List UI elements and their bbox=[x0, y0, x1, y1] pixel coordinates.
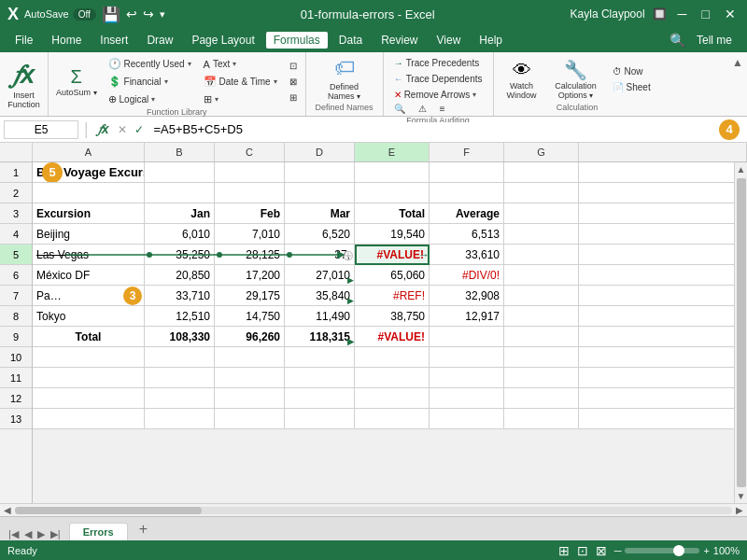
cell-G12[interactable] bbox=[504, 388, 579, 409]
scroll-thumb[interactable] bbox=[737, 178, 746, 487]
row-header-7[interactable]: 7 bbox=[0, 286, 32, 306]
financial-btn[interactable]: 💲 Financial ▾ bbox=[104, 74, 196, 90]
save-icon[interactable]: 💾 bbox=[102, 6, 120, 23]
cell-B6[interactable]: 20,850 bbox=[145, 265, 215, 286]
row-header-4[interactable]: 4 bbox=[0, 224, 32, 245]
menu-data[interactable]: Data bbox=[331, 32, 370, 49]
cell-E10[interactable] bbox=[355, 347, 430, 368]
cell-D3[interactable]: Mar bbox=[285, 203, 355, 224]
cell-B11[interactable] bbox=[145, 368, 215, 388]
cell-F6[interactable]: #DIV/0! bbox=[430, 265, 504, 286]
cell-D7[interactable]: 35,840 ▶ bbox=[285, 286, 355, 306]
menu-home[interactable]: Home bbox=[44, 32, 89, 49]
row-header-1[interactable]: 1 bbox=[0, 162, 32, 183]
row-header-8[interactable]: 8 bbox=[0, 306, 32, 327]
cell-F13[interactable] bbox=[430, 409, 504, 429]
cell-D1[interactable] bbox=[285, 162, 355, 183]
menu-page-layout[interactable]: Page Layout bbox=[184, 32, 261, 49]
cell-E3[interactable]: Total bbox=[355, 203, 430, 224]
cell-D2[interactable] bbox=[285, 183, 355, 203]
cell-F12[interactable] bbox=[430, 388, 504, 409]
row-header-12[interactable]: 12 bbox=[0, 388, 32, 409]
cell-F7[interactable]: 32,908 bbox=[430, 286, 504, 306]
cell-G10[interactable] bbox=[504, 347, 579, 368]
cell-B7[interactable]: 33,710 bbox=[145, 286, 215, 306]
eval-formula-btn[interactable]: ≡ bbox=[435, 102, 450, 116]
cell-F1[interactable] bbox=[430, 162, 504, 183]
ref2-btn[interactable]: ⊠ bbox=[285, 75, 302, 89]
row-header-3[interactable]: 3 bbox=[0, 203, 32, 224]
row-header-10[interactable]: 10 bbox=[0, 347, 32, 368]
cell-G9[interactable] bbox=[504, 327, 579, 347]
col-header-G[interactable]: G bbox=[504, 143, 579, 161]
confirm-edit-btn[interactable]: ✓ bbox=[134, 123, 144, 136]
col-header-D[interactable]: D bbox=[285, 143, 355, 161]
close-btn[interactable]: ✕ bbox=[721, 7, 740, 21]
defined-names-btn[interactable]: 🏷 DefinedNames ▾ Defined Names bbox=[306, 52, 384, 116]
calculation-options-btn[interactable]: 🔧 CalculationOptions ▾ bbox=[548, 56, 604, 103]
cell-E5[interactable]: #VALUE! → bbox=[355, 245, 430, 265]
cell-A2[interactable] bbox=[33, 183, 145, 203]
cell-B12[interactable] bbox=[145, 388, 215, 409]
zoom-in-btn[interactable]: + bbox=[703, 545, 709, 556]
cell-C6[interactable]: 17,200 bbox=[215, 265, 285, 286]
cell-B1[interactable] bbox=[145, 162, 215, 183]
cell-D10[interactable] bbox=[285, 347, 355, 368]
cell-G2[interactable] bbox=[504, 183, 579, 203]
ref3-btn[interactable]: ⊞ bbox=[285, 91, 302, 105]
cell-A12[interactable] bbox=[33, 388, 145, 409]
col-header-E[interactable]: E bbox=[355, 143, 430, 161]
logical-btn[interactable]: ⊕ Logical ▾ bbox=[104, 91, 196, 107]
add-sheet-btn[interactable]: + bbox=[132, 518, 155, 540]
cell-C10[interactable] bbox=[215, 347, 285, 368]
error-checking-btn[interactable]: ⚠ bbox=[414, 102, 431, 116]
menu-formulas[interactable]: Formulas bbox=[266, 32, 328, 49]
search-icon[interactable]: 🔍 bbox=[669, 33, 685, 48]
cell-B8[interactable]: 12,510 bbox=[145, 306, 215, 327]
text-btn[interactable]: A Text ▾ bbox=[199, 57, 282, 72]
zoom-thumb[interactable] bbox=[673, 545, 684, 556]
menu-file[interactable]: File bbox=[7, 32, 40, 49]
cell-F10[interactable] bbox=[430, 347, 504, 368]
sheet-prev-btn[interactable]: ◀ bbox=[21, 528, 35, 540]
cell-A7[interactable]: Pa… 3 bbox=[33, 286, 145, 306]
sheet-tab-errors[interactable]: Errors bbox=[69, 523, 128, 540]
view-normal-btn[interactable]: ⊞ bbox=[558, 543, 570, 558]
cell-A1[interactable]: Bon Voyage Excursions 5 bbox=[33, 162, 145, 183]
cell-F5[interactable]: 33,610 bbox=[430, 245, 504, 265]
cell-E8[interactable]: 38,750 bbox=[355, 306, 430, 327]
cell-E12[interactable] bbox=[355, 388, 430, 409]
recently-used-btn[interactable]: 🕐 Recently Used ▾ bbox=[104, 56, 196, 72]
cell-C4[interactable]: 7,010 bbox=[215, 224, 285, 245]
cell-C7[interactable]: 29,175 bbox=[215, 286, 285, 306]
menu-view[interactable]: View bbox=[430, 32, 469, 49]
trace-dependents-btn[interactable]: ← Trace Dependents bbox=[389, 72, 487, 86]
cell-E6[interactable]: 65,060 bbox=[355, 265, 430, 286]
menu-help[interactable]: Help bbox=[472, 32, 510, 49]
row-header-11[interactable]: 11 bbox=[0, 368, 32, 388]
undo-btn[interactable]: ↩ bbox=[126, 7, 137, 21]
calc-now-btn[interactable]: ⏱ Now bbox=[608, 64, 655, 78]
cell-E9[interactable]: #VALUE! bbox=[355, 327, 430, 347]
zoom-out-btn[interactable]: ─ bbox=[614, 545, 622, 556]
formula-input[interactable] bbox=[149, 122, 715, 136]
cell-D4[interactable]: 6,520 bbox=[285, 224, 355, 245]
cell-C13[interactable] bbox=[215, 409, 285, 429]
cell-G13[interactable] bbox=[504, 409, 579, 429]
scroll-left-btn[interactable]: ◀ bbox=[4, 505, 11, 515]
cell-A3[interactable]: Excursion bbox=[33, 203, 145, 224]
menu-insert[interactable]: Insert bbox=[92, 32, 135, 49]
cell-A13[interactable] bbox=[33, 409, 145, 429]
cell-G5[interactable] bbox=[504, 245, 579, 265]
more-functions-btn[interactable]: ⊞ ▾ bbox=[199, 91, 282, 107]
menu-draw[interactable]: Draw bbox=[139, 32, 180, 49]
trace-precedents-btn[interactable]: → Trace Precedents bbox=[389, 56, 487, 70]
cell-G8[interactable] bbox=[504, 306, 579, 327]
zoom-slider[interactable] bbox=[625, 548, 699, 553]
cell-A4[interactable]: Beijing bbox=[33, 224, 145, 245]
cell-C9[interactable]: 96,260 bbox=[215, 327, 285, 347]
cell-B9[interactable]: 108,330 bbox=[145, 327, 215, 347]
name-box[interactable] bbox=[4, 120, 78, 139]
scrollbar-horizontal[interactable]: ◀ ▶ bbox=[0, 503, 747, 516]
scroll-thumb-h[interactable] bbox=[15, 507, 202, 514]
